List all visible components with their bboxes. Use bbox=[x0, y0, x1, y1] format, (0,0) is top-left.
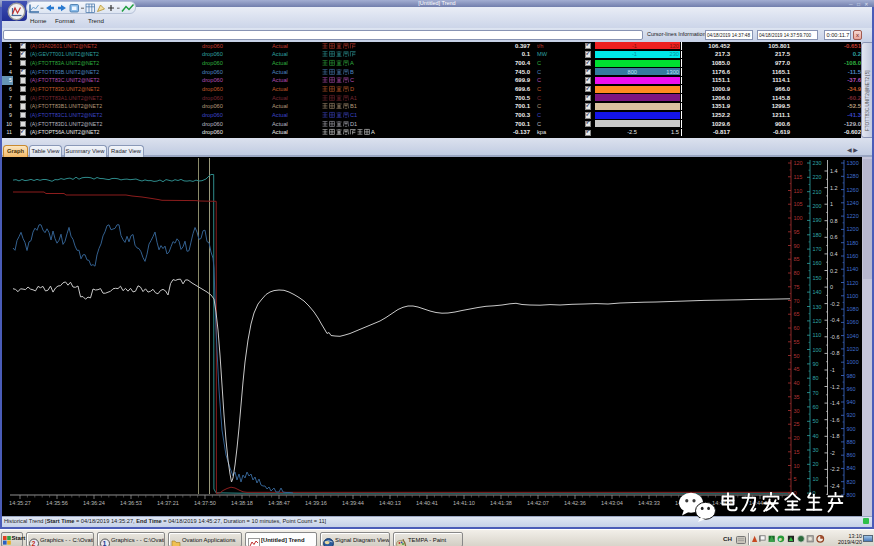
svg-text:-1.6: -1.6 bbox=[830, 417, 839, 423]
svg-text:14:43:33: 14:43:33 bbox=[638, 500, 660, 506]
svg-text:1000: 1000 bbox=[847, 359, 859, 365]
svg-text:60: 60 bbox=[813, 404, 819, 410]
svg-text:14:40:41: 14:40:41 bbox=[416, 500, 438, 506]
svg-text:120: 120 bbox=[794, 160, 803, 166]
svg-text:100: 100 bbox=[813, 347, 822, 353]
svg-text:200: 200 bbox=[813, 203, 822, 209]
svg-text:1260: 1260 bbox=[847, 187, 859, 193]
svg-text:25: 25 bbox=[794, 421, 800, 427]
svg-text:90: 90 bbox=[794, 243, 800, 249]
svg-text:840: 840 bbox=[847, 465, 856, 471]
svg-text:-1.2: -1.2 bbox=[830, 384, 839, 390]
svg-text:1200: 1200 bbox=[847, 226, 859, 232]
svg-text:14:42:07: 14:42:07 bbox=[527, 500, 549, 506]
svg-text:90: 90 bbox=[813, 361, 819, 367]
svg-text:95: 95 bbox=[794, 229, 800, 235]
svg-text:-0.6: -0.6 bbox=[830, 334, 839, 340]
svg-text:210: 210 bbox=[813, 189, 822, 195]
svg-text:65: 65 bbox=[794, 311, 800, 317]
svg-text:5: 5 bbox=[794, 476, 797, 482]
svg-text:80: 80 bbox=[813, 375, 819, 381]
svg-text:1.4: 1.4 bbox=[830, 168, 838, 174]
svg-text:-0.4: -0.4 bbox=[830, 317, 839, 323]
svg-text:1160: 1160 bbox=[847, 253, 859, 259]
svg-text:14:36:53: 14:36:53 bbox=[120, 500, 142, 506]
svg-text:14:42:36: 14:42:36 bbox=[564, 500, 586, 506]
svg-text:-1.8: -1.8 bbox=[830, 433, 839, 439]
svg-text:14:36:24: 14:36:24 bbox=[83, 500, 105, 506]
svg-text:1280: 1280 bbox=[847, 173, 859, 179]
svg-text:0.8: 0.8 bbox=[830, 218, 838, 224]
svg-text:14:40:13: 14:40:13 bbox=[379, 500, 401, 506]
svg-text:14:37:50: 14:37:50 bbox=[194, 500, 216, 506]
svg-text:900: 900 bbox=[847, 426, 856, 432]
svg-text:0.4: 0.4 bbox=[830, 251, 838, 257]
svg-text:980: 980 bbox=[847, 373, 856, 379]
svg-text:10: 10 bbox=[813, 476, 819, 482]
svg-text:1020: 1020 bbox=[847, 346, 859, 352]
svg-text:85: 85 bbox=[794, 256, 800, 262]
svg-text:50: 50 bbox=[813, 418, 819, 424]
svg-text:-2: -2 bbox=[830, 450, 835, 456]
svg-text:150: 150 bbox=[813, 275, 822, 281]
svg-text:1: 1 bbox=[830, 201, 833, 207]
svg-text:14:39:16: 14:39:16 bbox=[305, 500, 327, 506]
svg-text:1060: 1060 bbox=[847, 319, 859, 325]
svg-text:14:37:21: 14:37:21 bbox=[157, 500, 179, 506]
svg-text:860: 860 bbox=[847, 452, 856, 458]
svg-text:1: 1 bbox=[103, 540, 107, 546]
svg-text:140: 140 bbox=[813, 289, 822, 295]
svg-text:45: 45 bbox=[794, 366, 800, 372]
svg-text:190: 190 bbox=[813, 217, 822, 223]
svg-text:20: 20 bbox=[794, 435, 800, 441]
svg-text:1300: 1300 bbox=[847, 160, 859, 166]
svg-text:35: 35 bbox=[794, 394, 800, 400]
svg-text:1100: 1100 bbox=[847, 293, 859, 299]
svg-text:0: 0 bbox=[830, 284, 833, 290]
svg-text:880: 880 bbox=[847, 439, 856, 445]
svg-text:960: 960 bbox=[847, 386, 856, 392]
svg-text:15: 15 bbox=[794, 449, 800, 455]
svg-text:-2.2: -2.2 bbox=[830, 466, 839, 472]
svg-text:-0.8: -0.8 bbox=[830, 350, 839, 356]
svg-text:105: 105 bbox=[794, 201, 803, 207]
svg-text:75: 75 bbox=[794, 284, 800, 290]
svg-text:1080: 1080 bbox=[847, 306, 859, 312]
svg-text:-2.4: -2.4 bbox=[830, 483, 839, 489]
svg-text:30: 30 bbox=[794, 408, 800, 414]
svg-text:1120: 1120 bbox=[847, 280, 859, 286]
svg-text:40: 40 bbox=[813, 433, 819, 439]
svg-text:1220: 1220 bbox=[847, 213, 859, 219]
svg-text:14:39:44: 14:39:44 bbox=[342, 500, 364, 506]
svg-text:80: 80 bbox=[794, 270, 800, 276]
svg-text:110: 110 bbox=[813, 332, 822, 338]
svg-text:170: 170 bbox=[813, 246, 822, 252]
svg-text:0.6: 0.6 bbox=[830, 234, 838, 240]
svg-text:50: 50 bbox=[794, 353, 800, 359]
svg-text:20: 20 bbox=[813, 461, 819, 467]
svg-text:1.2: 1.2 bbox=[830, 185, 838, 191]
svg-text:14:35:56: 14:35:56 bbox=[46, 500, 68, 506]
svg-text:40: 40 bbox=[794, 380, 800, 386]
svg-text:1140: 1140 bbox=[847, 266, 859, 272]
svg-text:70: 70 bbox=[813, 390, 819, 396]
svg-text:100: 100 bbox=[794, 215, 803, 221]
svg-text:14:41:38: 14:41:38 bbox=[490, 500, 512, 506]
svg-text:e: e bbox=[779, 536, 782, 542]
svg-text:14:35:27: 14:35:27 bbox=[9, 500, 31, 506]
svg-text:220: 220 bbox=[813, 174, 822, 180]
svg-text:180: 180 bbox=[813, 232, 822, 238]
svg-text:2: 2 bbox=[32, 540, 36, 546]
svg-text:60: 60 bbox=[794, 325, 800, 331]
svg-text:10: 10 bbox=[794, 463, 800, 469]
svg-text:820: 820 bbox=[847, 479, 856, 485]
svg-text:14:43:04: 14:43:04 bbox=[601, 500, 623, 506]
svg-text:115: 115 bbox=[794, 174, 803, 180]
svg-text:-0.2: -0.2 bbox=[830, 301, 839, 307]
svg-text:14:38:47: 14:38:47 bbox=[268, 500, 290, 506]
svg-text:0.2: 0.2 bbox=[830, 268, 838, 274]
svg-text:120: 120 bbox=[813, 318, 822, 324]
svg-text:-1.4: -1.4 bbox=[830, 400, 839, 406]
svg-text:920: 920 bbox=[847, 412, 856, 418]
svg-text:55: 55 bbox=[794, 339, 800, 345]
